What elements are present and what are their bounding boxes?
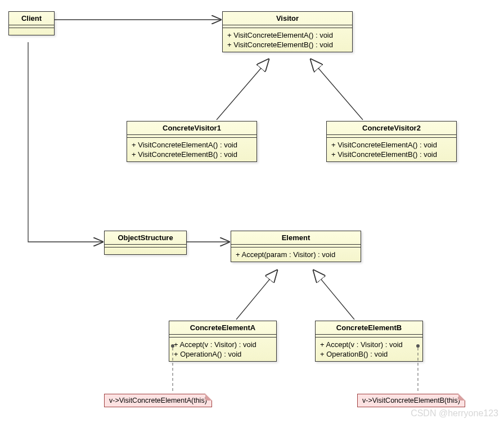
gen-ceb-element xyxy=(313,270,354,320)
class-concrete-element-b: ConcreteElementB + Accept(v : Visitor) :… xyxy=(315,321,423,362)
class-title: ConcreteElementB xyxy=(316,321,422,335)
class-title: Element xyxy=(231,231,361,245)
op: + OperationB() : void xyxy=(320,349,418,359)
watermark: CSDN @herryone123 xyxy=(411,408,498,418)
gen-cea-element xyxy=(236,270,277,320)
op: + VisitConcreteElementA() : void xyxy=(227,30,348,40)
op: + VisitConcreteElementB() : void xyxy=(331,150,452,159)
class-title: ConcreteVisitor2 xyxy=(327,122,456,135)
class-ops: + Accept(v : Visitor) : void + Operation… xyxy=(169,338,276,361)
class-concrete-visitor1: ConcreteVisitor1 + VisitConcreteElementA… xyxy=(127,121,257,162)
class-title: Visitor xyxy=(223,12,352,25)
gen-cv1-visitor xyxy=(217,59,269,120)
op: + VisitConcreteElementB() : void xyxy=(227,40,348,50)
class-element: Element + Accept(param : Visitor) : void xyxy=(231,231,361,262)
class-ops: + Accept(param : Visitor) : void xyxy=(231,248,361,262)
class-ops: + VisitConcreteElementA() : void + Visit… xyxy=(327,138,456,161)
class-ops-empty xyxy=(105,248,186,254)
class-title: Client xyxy=(9,12,54,25)
class-ops-empty xyxy=(9,28,54,35)
class-client: Client xyxy=(8,11,55,35)
op: + Accept(v : Visitor) : void xyxy=(320,340,418,349)
class-title: ConcreteVisitor1 xyxy=(127,122,256,135)
op: + VisitConcreteElementA() : void xyxy=(331,140,452,150)
class-title: ConcreteElementA xyxy=(169,321,276,335)
class-visitor: Visitor + VisitConcreteElementA() : void… xyxy=(222,11,353,52)
class-ops: + Accept(v : Visitor) : void + Operation… xyxy=(316,338,422,361)
class-title: ObjectStructure xyxy=(105,231,186,245)
class-object-structure: ObjectStructure xyxy=(104,231,187,255)
gen-cv2-visitor xyxy=(310,59,363,120)
note-concrete-element-b: v->VisitConcreteElementB(this) xyxy=(357,394,465,407)
op: + Accept(v : Visitor) : void xyxy=(174,340,272,349)
class-ops: + VisitConcreteElementA() : void + Visit… xyxy=(127,138,256,161)
class-concrete-element-a: ConcreteElementA + Accept(v : Visitor) :… xyxy=(169,321,277,362)
op: + Accept(param : Visitor) : void xyxy=(236,250,356,259)
op: + VisitConcreteElementA() : void xyxy=(132,140,252,150)
assoc-client-objectstructure xyxy=(28,42,103,242)
op: + OperationA() : void xyxy=(174,349,272,359)
class-concrete-visitor2: ConcreteVisitor2 + VisitConcreteElementA… xyxy=(326,121,457,162)
op: + VisitConcreteElementB() : void xyxy=(132,150,252,159)
note-concrete-element-a: v->VisitConcreteElementA(this) xyxy=(104,394,212,407)
class-ops: + VisitConcreteElementA() : void + Visit… xyxy=(223,28,352,52)
